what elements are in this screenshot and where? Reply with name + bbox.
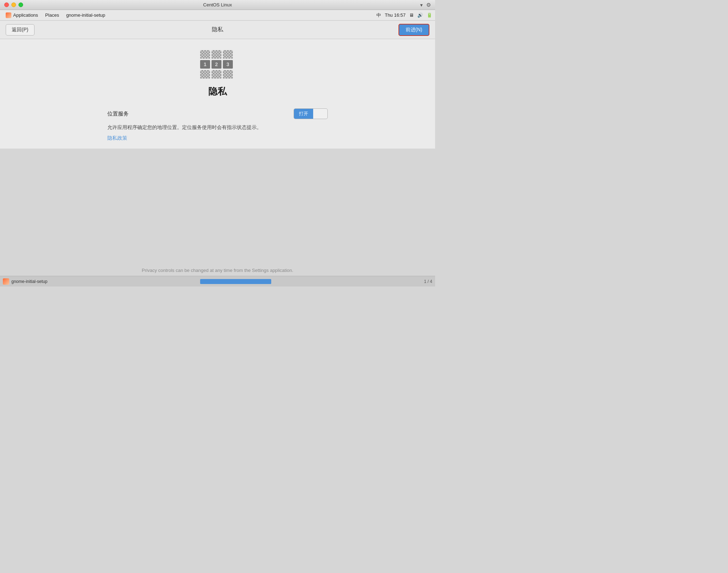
title-bar: CentOS Linux ▾ ⚙ — [0, 0, 435, 10]
places-menu[interactable]: Places — [42, 11, 62, 19]
close-button[interactable] — [4, 2, 9, 7]
taskbar-app-name: gnome-initial-setup — [11, 279, 47, 284]
minimize-button[interactable] — [11, 2, 16, 7]
taskbar-progress-bar — [200, 279, 271, 284]
window-controls — [4, 2, 23, 7]
taskbar-app-icon — [3, 278, 9, 285]
page-indicator: 1 / 4 — [424, 279, 432, 284]
taskbar: gnome-initial-setup 1 / 4 — [0, 276, 435, 286]
gnome-setup-label: gnome-initial-setup — [66, 12, 105, 18]
dropdown-icon[interactable]: ▾ — [420, 2, 423, 8]
toggle-off-button[interactable] — [313, 112, 327, 116]
toggle-on-button[interactable]: 打开 — [294, 109, 313, 119]
menu-bar: Applications Places gnome-initial-setup … — [0, 10, 435, 21]
toolbar-title: 隐私 — [212, 26, 223, 33]
checker-bc — [212, 70, 221, 79]
description-text: 允许应用程序确定您的地理位置。定位服务使用时会有指示状态提示。 — [107, 123, 328, 131]
location-label: 位置服务 — [107, 111, 129, 117]
toggle-switch[interactable]: 打开 — [294, 108, 328, 119]
num-3: 3 — [223, 60, 233, 69]
title-bar-right: ▾ ⚙ — [420, 2, 431, 8]
applications-label: Applications — [13, 12, 38, 18]
num-1: 1 — [200, 60, 210, 69]
places-label: Places — [45, 12, 59, 18]
gear-icon[interactable]: ⚙ — [426, 2, 431, 8]
num-2: 2 — [212, 60, 221, 69]
battery-icon[interactable]: 🔋 — [427, 12, 432, 18]
checker-br — [223, 70, 233, 79]
clock[interactable]: Thu 16:57 — [385, 12, 406, 18]
checker-bl — [200, 70, 210, 79]
location-row: 位置服务 打开 — [107, 108, 328, 119]
window-title: CentOS Linux — [203, 2, 232, 7]
volume-icon[interactable]: 🔊 — [417, 12, 423, 18]
main-content: 1 2 3 隐私 位置服务 打开 允许应用程序确定您的地理位置。定位服务使用时会… — [0, 39, 435, 149]
app-icon — [6, 12, 11, 18]
page-title: 隐私 — [208, 85, 227, 98]
taskbar-app-item[interactable]: gnome-initial-setup — [3, 278, 47, 285]
back-button[interactable]: 返回(P) — [6, 24, 34, 36]
forward-button[interactable]: 前进(N) — [398, 24, 429, 36]
checker-tr — [223, 50, 233, 59]
applications-menu[interactable]: Applications — [3, 11, 41, 19]
toolbar: 返回(P) 隐私 前进(N) — [0, 21, 435, 39]
network-icon[interactable]: 🖥 — [409, 12, 414, 18]
maximize-button[interactable] — [18, 2, 23, 7]
content-card: 位置服务 打开 允许应用程序确定您的地理位置。定位服务使用时会有指示状态提示。 … — [107, 108, 328, 141]
privacy-policy-link[interactable]: 隐私政策 — [107, 135, 127, 141]
menu-right: 中 Thu 16:57 🖥 🔊 🔋 — [376, 12, 432, 18]
bottom-note: Privacy controls can be changed at any t… — [142, 268, 293, 273]
privacy-icon: 1 2 3 — [200, 50, 235, 78]
checker-tc — [212, 50, 221, 59]
checker-tl — [200, 50, 210, 59]
input-method-indicator[interactable]: 中 — [376, 12, 381, 18]
gnome-setup-menu[interactable]: gnome-initial-setup — [63, 11, 108, 19]
